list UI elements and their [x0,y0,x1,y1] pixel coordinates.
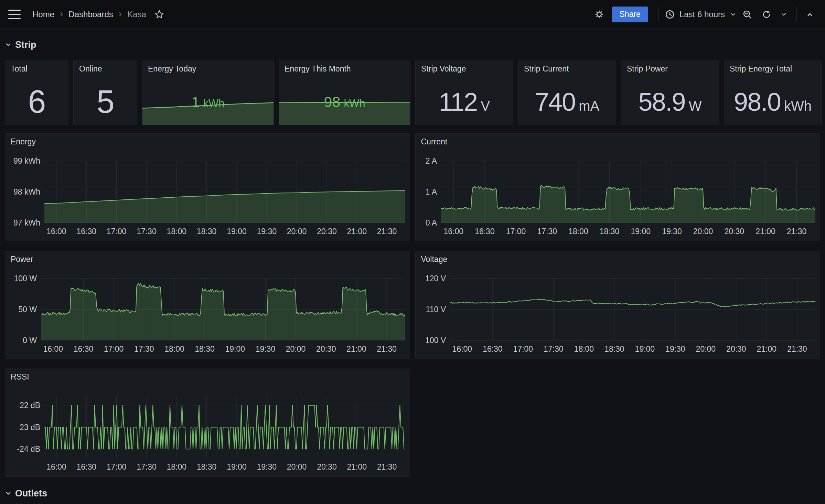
svg-text:1 A: 1 A [425,187,437,196]
svg-text:16:00: 16:00 [43,344,63,353]
topbar-actions: Share Last 6 hours [591,6,817,23]
share-button[interactable]: Share [612,7,648,22]
panel-title-strip-energy-total[interactable]: Strip Energy Total [730,64,792,74]
svg-text:16:30: 16:30 [475,227,495,236]
panel-title-energy-today[interactable]: Energy Today [148,64,196,74]
stat-panel-energy-today: Energy Today 1kWh [142,61,274,125]
chart-panel-current: Current 16:0016:3017:0017:3018:0018:3019… [415,133,821,241]
stat-value-total: 6 [5,83,68,120]
svg-text:17:00: 17:00 [107,227,127,236]
refresh-interval-dropdown[interactable] [777,6,790,23]
panel-title-energy-this-month[interactable]: Energy This Month [285,64,351,74]
panel-title-total[interactable]: Total [11,64,28,74]
svg-text:110 V: 110 V [426,305,446,314]
collapse-topbar-button[interactable] [803,6,817,23]
time-range-picker[interactable]: Last 6 hours [665,10,737,19]
svg-text:19:00: 19:00 [227,227,247,236]
panel-title-online[interactable]: Online [79,64,102,74]
energy-chart-plot[interactable]: 16:0016:3017:0017:3018:0018:3019:0019:30… [5,134,410,241]
section-title-outlets: Outlets [15,488,47,499]
svg-text:19:00: 19:00 [225,344,245,353]
section-row-strip[interactable]: Strip [5,38,36,52]
svg-text:16:30: 16:30 [483,344,503,353]
panel-title-voltage[interactable]: Voltage [421,255,448,264]
svg-text:-23 dB: -23 dB [17,423,40,432]
power-chart-plot[interactable]: 16:0016:3017:0017:3018:0018:3019:0019:30… [5,251,410,359]
svg-text:21:30: 21:30 [377,227,397,236]
panel-title-strip-voltage[interactable]: Strip Voltage [421,64,466,74]
current-chart-plot[interactable]: 16:0016:3017:0017:3018:0018:3019:0019:30… [416,134,820,241]
section-row-outlets[interactable]: Outlets [5,486,47,500]
panel-title-current[interactable]: Current [421,137,448,146]
svg-text:17:30: 17:30 [137,462,157,471]
svg-text:18:00: 18:00 [568,227,588,236]
dashboard-content: Strip Total 6 Online 5 Energy Today 1kWh… [0,38,825,500]
svg-text:99 kWh: 99 kWh [13,156,40,165]
svg-text:21:00: 21:00 [756,227,775,236]
svg-text:-22 dB: -22 dB [17,401,40,410]
svg-text:19:30: 19:30 [256,344,276,353]
svg-text:17:30: 17:30 [137,227,157,236]
rssi-chart-plot[interactable]: 16:0016:3017:0017:3018:0018:3019:0019:30… [5,369,410,476]
breadcrumb-current-kasa: Kasa [127,10,146,19]
divider [658,7,659,22]
svg-text:18:30: 18:30 [195,344,215,353]
svg-text:18:00: 18:00 [167,462,186,471]
panel-title-strip-power[interactable]: Strip Power [627,64,668,74]
refresh-icon [762,10,771,19]
panel-title-strip-current[interactable]: Strip Current [524,64,569,74]
stat-panels-row: Total 6 Online 5 Energy Today 1kWh Energ… [5,61,820,125]
svg-text:120 V: 120 V [425,274,446,283]
chevron-down-icon [730,11,737,18]
svg-text:20:30: 20:30 [724,227,744,236]
svg-text:19:00: 19:00 [635,344,655,353]
time-range-label: Last 6 hours [679,10,725,19]
svg-text:50 W: 50 W [18,305,37,314]
dashboard-settings-button[interactable] [591,6,608,23]
breadcrumb-dashboards[interactable]: Dashboards [68,10,113,19]
time-range-zoom-out-button[interactable] [739,6,756,23]
refresh-button[interactable] [758,6,775,23]
svg-text:18:30: 18:30 [197,462,217,471]
svg-text:16:00: 16:00 [46,227,66,236]
svg-text:16:00: 16:00 [452,344,472,353]
svg-text:20:00: 20:00 [286,344,306,353]
menu-icon[interactable] [8,10,21,19]
chart-panel-rssi: RSSI 16:0016:3017:0017:3018:0018:3019:00… [5,369,410,477]
chevron-down-icon [780,11,787,18]
zoom-out-icon [742,10,752,19]
svg-text:19:00: 19:00 [227,462,247,471]
chart-panel-voltage: Voltage 16:0016:3017:0017:3018:0018:3019… [415,251,821,359]
caret-up-icon [806,10,814,19]
svg-text:17:00: 17:00 [513,344,533,353]
svg-text:20:00: 20:00 [696,344,716,353]
chevron-down-icon [5,490,12,497]
stat-panel-strip-current: Strip Current 740mA [518,61,616,125]
breadcrumb-home[interactable]: Home [32,10,54,19]
chart-panel-energy: Energy 16:0016:3017:0017:3018:0018:3019:… [5,133,410,241]
star-favorite-button[interactable] [152,7,167,22]
panel-title-energy[interactable]: Energy [11,137,36,146]
svg-text:20:30: 20:30 [316,344,336,353]
stat-value-strip-energy-total: 98.0kWh [724,87,821,117]
stat-value-energy-today: 1kWh [142,94,274,110]
gear-icon [594,10,604,19]
stat-panel-energy-this-month: Energy This Month 98kWh [279,61,410,125]
svg-text:18:00: 18:00 [167,227,186,236]
svg-text:19:00: 19:00 [631,227,651,236]
stat-panel-strip-voltage: Strip Voltage 112V [415,61,513,125]
svg-text:2 A: 2 A [425,156,437,165]
svg-text:18:00: 18:00 [164,344,184,353]
chart-panels-grid: Energy 16:0016:3017:0017:3018:0018:3019:… [5,133,820,477]
voltage-chart-plot[interactable]: 16:0016:3017:0017:3018:0018:3019:0019:30… [416,251,820,359]
svg-text:20:30: 20:30 [317,227,337,236]
stat-panel-total: Total 6 [5,61,68,125]
chevron-right-icon: › [119,9,122,19]
panel-title-rssi[interactable]: RSSI [11,372,29,382]
stat-value-strip-voltage: 112V [416,87,513,117]
svg-text:16:30: 16:30 [76,462,96,471]
svg-text:17:00: 17:00 [107,462,127,471]
panel-title-power[interactable]: Power [11,255,33,264]
svg-text:16:30: 16:30 [74,344,94,353]
chart-panel-power: Power 16:0016:3017:0017:3018:0018:3019:0… [5,251,410,359]
